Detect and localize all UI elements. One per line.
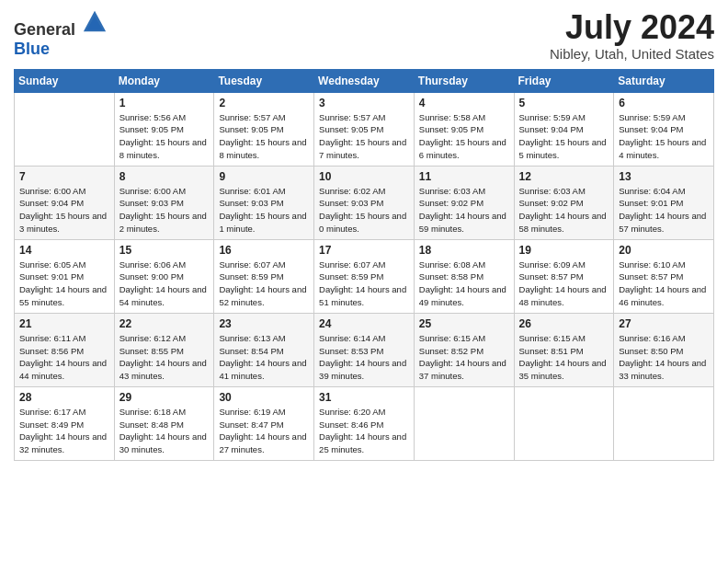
cell-info: Sunrise: 6:20 AMSunset: 8:46 PMDaylight:… bbox=[319, 407, 406, 454]
day-header-tuesday: Tuesday bbox=[214, 69, 314, 92]
cell-info: Sunrise: 6:00 AMSunset: 9:03 PMDaylight:… bbox=[119, 186, 207, 234]
day-cell: 15Sunrise: 6:06 AMSunset: 9:00 PMDayligh… bbox=[114, 239, 214, 313]
week-row-1: 1Sunrise: 5:56 AMSunset: 9:05 PMDaylight… bbox=[15, 92, 714, 166]
day-cell bbox=[614, 386, 714, 460]
day-number: 30 bbox=[219, 391, 309, 404]
day-cell: 19Sunrise: 6:09 AMSunset: 8:57 PMDayligh… bbox=[514, 239, 614, 313]
week-row-4: 21Sunrise: 6:11 AMSunset: 8:56 PMDayligh… bbox=[15, 313, 714, 386]
day-cell: 23Sunrise: 6:13 AMSunset: 8:54 PMDayligh… bbox=[214, 313, 314, 386]
day-number: 8 bbox=[119, 170, 210, 183]
day-cell: 26Sunrise: 6:15 AMSunset: 8:51 PMDayligh… bbox=[514, 313, 614, 386]
calendar-table: SundayMondayTuesdayWednesdayThursdayFrid… bbox=[14, 69, 714, 461]
day-cell: 11Sunrise: 6:03 AMSunset: 9:02 PMDayligh… bbox=[414, 166, 514, 239]
logo-general: General bbox=[14, 20, 75, 39]
day-number: 16 bbox=[219, 244, 309, 257]
day-cell: 27Sunrise: 6:16 AMSunset: 8:50 PMDayligh… bbox=[614, 313, 714, 386]
day-number: 20 bbox=[619, 244, 709, 257]
day-cell: 3Sunrise: 5:57 AMSunset: 9:05 PMDaylight… bbox=[314, 92, 415, 166]
day-number: 19 bbox=[519, 244, 609, 257]
day-number: 17 bbox=[319, 244, 409, 257]
cell-info: Sunrise: 6:13 AMSunset: 8:54 PMDaylight:… bbox=[219, 333, 306, 381]
week-row-2: 7Sunrise: 6:00 AMSunset: 9:04 PMDaylight… bbox=[15, 166, 714, 239]
header: General Blue July 2024 Nibley, Utah, Uni… bbox=[14, 9, 714, 62]
day-cell: 13Sunrise: 6:04 AMSunset: 9:01 PMDayligh… bbox=[614, 166, 714, 239]
day-number: 26 bbox=[519, 317, 609, 330]
day-cell: 28Sunrise: 6:17 AMSunset: 8:49 PMDayligh… bbox=[15, 386, 115, 460]
day-number: 15 bbox=[119, 244, 210, 257]
day-number: 7 bbox=[19, 170, 109, 183]
day-number: 13 bbox=[619, 170, 709, 183]
cell-info: Sunrise: 6:09 AMSunset: 8:57 PMDaylight:… bbox=[519, 259, 607, 307]
cell-info: Sunrise: 6:18 AMSunset: 8:48 PMDaylight:… bbox=[119, 407, 207, 454]
cell-info: Sunrise: 6:03 AMSunset: 9:02 PMDaylight:… bbox=[419, 186, 506, 234]
day-header-sunday: Sunday bbox=[15, 69, 115, 92]
day-header-wednesday: Wednesday bbox=[314, 69, 415, 92]
cell-info: Sunrise: 6:04 AMSunset: 9:01 PMDaylight:… bbox=[619, 186, 706, 234]
day-number: 2 bbox=[219, 97, 309, 109]
day-cell: 20Sunrise: 6:10 AMSunset: 8:57 PMDayligh… bbox=[614, 239, 714, 313]
day-cell: 21Sunrise: 6:11 AMSunset: 8:56 PMDayligh… bbox=[15, 313, 115, 386]
day-cell: 18Sunrise: 6:08 AMSunset: 8:58 PMDayligh… bbox=[414, 239, 514, 313]
day-number: 11 bbox=[419, 170, 509, 183]
cell-info: Sunrise: 5:58 AMSunset: 9:05 PMDaylight:… bbox=[419, 112, 506, 160]
week-row-5: 28Sunrise: 6:17 AMSunset: 8:49 PMDayligh… bbox=[15, 386, 714, 460]
cell-info: Sunrise: 5:57 AMSunset: 9:05 PMDaylight:… bbox=[319, 112, 406, 160]
title-block: July 2024 Nibley, Utah, United States bbox=[550, 9, 714, 62]
day-cell: 6Sunrise: 5:59 AMSunset: 9:04 PMDaylight… bbox=[614, 92, 714, 166]
header-row: SundayMondayTuesdayWednesdayThursdayFrid… bbox=[15, 69, 714, 92]
logo-blue: Blue bbox=[14, 40, 50, 58]
day-cell: 1Sunrise: 5:56 AMSunset: 9:05 PMDaylight… bbox=[114, 92, 214, 166]
day-cell: 16Sunrise: 6:07 AMSunset: 8:59 PMDayligh… bbox=[214, 239, 314, 313]
day-number: 23 bbox=[219, 317, 309, 330]
day-number: 3 bbox=[319, 97, 409, 109]
day-cell: 29Sunrise: 6:18 AMSunset: 8:48 PMDayligh… bbox=[114, 386, 214, 460]
cell-info: Sunrise: 6:10 AMSunset: 8:57 PMDaylight:… bbox=[619, 259, 706, 307]
day-cell: 7Sunrise: 6:00 AMSunset: 9:04 PMDaylight… bbox=[15, 166, 115, 239]
cell-info: Sunrise: 5:59 AMSunset: 9:04 PMDaylight:… bbox=[619, 112, 706, 160]
day-cell: 4Sunrise: 5:58 AMSunset: 9:05 PMDaylight… bbox=[414, 92, 514, 166]
day-number: 29 bbox=[119, 391, 210, 404]
cell-info: Sunrise: 5:59 AMSunset: 9:04 PMDaylight:… bbox=[519, 112, 607, 160]
cell-info: Sunrise: 6:00 AMSunset: 9:04 PMDaylight:… bbox=[19, 186, 107, 234]
cell-info: Sunrise: 6:15 AMSunset: 8:51 PMDaylight:… bbox=[519, 333, 607, 381]
logo: General Blue bbox=[14, 9, 108, 59]
day-number: 4 bbox=[419, 97, 509, 109]
day-cell: 14Sunrise: 6:05 AMSunset: 9:01 PMDayligh… bbox=[15, 239, 115, 313]
day-cell: 24Sunrise: 6:14 AMSunset: 8:53 PMDayligh… bbox=[314, 313, 415, 386]
logo-icon bbox=[82, 9, 108, 35]
day-number: 21 bbox=[19, 317, 109, 330]
cell-info: Sunrise: 6:19 AMSunset: 8:47 PMDaylight:… bbox=[219, 407, 306, 454]
cell-info: Sunrise: 6:17 AMSunset: 8:49 PMDaylight:… bbox=[19, 407, 107, 454]
day-cell: 5Sunrise: 5:59 AMSunset: 9:04 PMDaylight… bbox=[514, 92, 614, 166]
day-cell: 22Sunrise: 6:12 AMSunset: 8:55 PMDayligh… bbox=[114, 313, 214, 386]
day-header-thursday: Thursday bbox=[414, 69, 514, 92]
cell-info: Sunrise: 6:05 AMSunset: 9:01 PMDaylight:… bbox=[19, 259, 107, 307]
day-number: 5 bbox=[519, 97, 609, 109]
day-cell: 12Sunrise: 6:03 AMSunset: 9:02 PMDayligh… bbox=[514, 166, 614, 239]
day-number: 28 bbox=[19, 391, 109, 404]
month-year: July 2024 bbox=[550, 9, 714, 46]
cell-info: Sunrise: 6:11 AMSunset: 8:56 PMDaylight:… bbox=[19, 333, 107, 381]
day-header-friday: Friday bbox=[514, 69, 614, 92]
day-cell: 10Sunrise: 6:02 AMSunset: 9:03 PMDayligh… bbox=[314, 166, 415, 239]
cell-info: Sunrise: 6:06 AMSunset: 9:00 PMDaylight:… bbox=[119, 259, 207, 307]
day-number: 6 bbox=[619, 97, 709, 109]
week-row-3: 14Sunrise: 6:05 AMSunset: 9:01 PMDayligh… bbox=[15, 239, 714, 313]
day-number: 31 bbox=[319, 391, 409, 404]
day-number: 22 bbox=[119, 317, 210, 330]
cell-info: Sunrise: 6:07 AMSunset: 8:59 PMDaylight:… bbox=[219, 259, 306, 307]
cell-info: Sunrise: 6:01 AMSunset: 9:03 PMDaylight:… bbox=[219, 186, 306, 234]
day-number: 18 bbox=[419, 244, 509, 257]
day-number: 10 bbox=[319, 170, 409, 183]
page-container: General Blue July 2024 Nibley, Utah, Uni… bbox=[0, 0, 728, 470]
cell-info: Sunrise: 5:56 AMSunset: 9:05 PMDaylight:… bbox=[119, 112, 207, 160]
day-cell: 25Sunrise: 6:15 AMSunset: 8:52 PMDayligh… bbox=[414, 313, 514, 386]
location: Nibley, Utah, United States bbox=[550, 46, 714, 62]
day-cell: 9Sunrise: 6:01 AMSunset: 9:03 PMDaylight… bbox=[214, 166, 314, 239]
cell-info: Sunrise: 6:03 AMSunset: 9:02 PMDaylight:… bbox=[519, 186, 607, 234]
cell-info: Sunrise: 6:08 AMSunset: 8:58 PMDaylight:… bbox=[419, 259, 506, 307]
cell-info: Sunrise: 6:16 AMSunset: 8:50 PMDaylight:… bbox=[619, 333, 706, 381]
day-cell: 2Sunrise: 5:57 AMSunset: 9:05 PMDaylight… bbox=[214, 92, 314, 166]
day-cell: 8Sunrise: 6:00 AMSunset: 9:03 PMDaylight… bbox=[114, 166, 214, 239]
day-number: 27 bbox=[619, 317, 709, 330]
